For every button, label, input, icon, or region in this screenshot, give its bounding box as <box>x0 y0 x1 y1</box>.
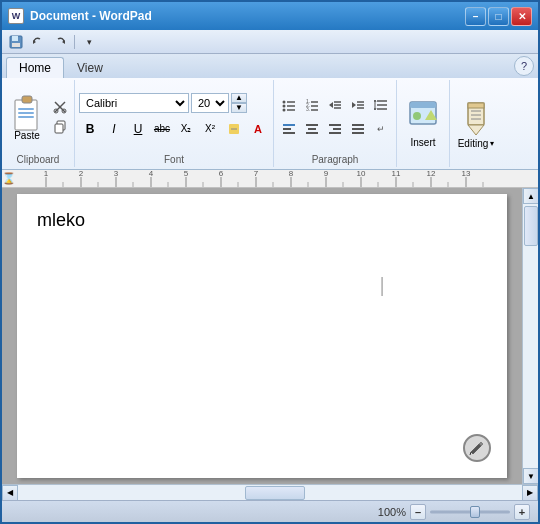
bold-button[interactable]: B <box>79 118 101 140</box>
svg-point-18 <box>283 101 286 104</box>
svg-rect-1 <box>12 36 18 41</box>
svg-rect-7 <box>18 108 34 110</box>
copy-button[interactable] <box>50 118 70 137</box>
svg-point-20 <box>283 105 286 108</box>
paragraph-group: 1.2.3. <box>274 80 397 167</box>
scroll-thumb-h[interactable] <box>245 486 305 500</box>
ruler-inner: 1 2 3 4 5 6 7 8 <box>16 170 538 187</box>
svg-marker-34 <box>352 102 356 108</box>
help-button[interactable]: ? <box>514 56 534 76</box>
zoom-thumb[interactable] <box>470 506 480 518</box>
redo-button[interactable] <box>50 33 70 51</box>
quick-access-dropdown[interactable]: ▾ <box>79 33 99 51</box>
paste-button[interactable]: Paste <box>6 91 48 144</box>
zoom-slider[interactable] <box>430 506 510 518</box>
cursor-indicator: | <box>380 274 385 297</box>
scroll-down-button[interactable]: ▼ <box>523 468 538 484</box>
ruler-hourglass: ⌛ <box>2 172 16 186</box>
zoom-in-button[interactable]: + <box>514 504 530 520</box>
align-center-button[interactable] <box>301 118 323 140</box>
maximize-button[interactable]: □ <box>488 7 509 26</box>
scroll-track-h <box>18 485 522 500</box>
clipboard-label: Clipboard <box>17 154 60 165</box>
scroll-left-button[interactable]: ◀ <box>2 485 18 501</box>
minimize-button[interactable]: – <box>465 7 486 26</box>
title-bar: W Document - WordPad – □ ✕ <box>2 2 538 30</box>
svg-text:3.: 3. <box>306 106 310 112</box>
underline-button[interactable]: U <box>127 118 149 140</box>
paragraph-extra-button[interactable]: ↵ <box>370 118 392 140</box>
ruler-ticks-container: 1 2 3 4 5 6 7 8 <box>16 170 538 187</box>
line-spacing-button[interactable] <box>370 94 392 116</box>
svg-text:12: 12 <box>427 170 436 178</box>
svg-point-55 <box>413 112 421 120</box>
close-button[interactable]: ✕ <box>511 7 532 26</box>
save-button[interactable] <box>6 33 26 51</box>
font-group: Calibri 20 ▲ ▼ B I U abc X₂ X² <box>75 80 274 167</box>
svg-rect-6 <box>22 96 32 103</box>
highlight-button[interactable] <box>223 118 245 140</box>
editing-group-content: Editing ▾ <box>454 82 498 165</box>
zoom-out-button[interactable]: – <box>410 504 426 520</box>
svg-rect-58 <box>468 103 484 108</box>
undo-button[interactable] <box>28 33 48 51</box>
svg-rect-9 <box>18 116 34 118</box>
font-size-increase[interactable]: ▲ <box>231 93 247 103</box>
window-title: Document - WordPad <box>30 9 152 23</box>
italic-button[interactable]: I <box>103 118 125 140</box>
font-size-select[interactable]: 20 <box>191 93 229 113</box>
svg-marker-59 <box>468 125 484 135</box>
font-bottom-row: B I U abc X₂ X² A <box>79 118 269 140</box>
ribbon: Paste <box>2 78 538 170</box>
ruler: ⌛ 1 2 3 4 <box>2 170 538 188</box>
indent-increase-button[interactable] <box>347 94 369 116</box>
quick-access-separator <box>74 35 75 49</box>
clipboard-group-content: Paste <box>6 82 70 152</box>
justify-button[interactable] <box>347 118 369 140</box>
editing-label: Editing <box>458 138 489 149</box>
scroll-up-button[interactable]: ▲ <box>523 188 538 204</box>
svg-text:13: 13 <box>462 170 471 178</box>
svg-rect-54 <box>410 102 436 108</box>
svg-text:4: 4 <box>149 170 154 178</box>
clipboard-small-buttons <box>50 98 70 137</box>
tab-view[interactable]: View <box>64 57 116 78</box>
scroll-thumb-v[interactable] <box>524 206 538 246</box>
indent-decrease-button[interactable] <box>324 94 346 116</box>
svg-text:8: 8 <box>289 170 294 178</box>
ribbon-tabs: Home View ? <box>2 54 538 78</box>
title-bar-controls: – □ ✕ <box>465 7 532 26</box>
clipboard-group: Paste <box>2 80 75 167</box>
font-size-decrease[interactable]: ▼ <box>231 103 247 113</box>
superscript-button[interactable]: X² <box>199 118 221 140</box>
document-scroll-area: mleko | ▲ ▼ <box>2 188 538 484</box>
strikethrough-button[interactable]: abc <box>151 118 173 140</box>
paste-icon <box>11 94 43 130</box>
numbering-button[interactable]: 1.2.3. <box>301 94 323 116</box>
svg-line-102 <box>470 452 471 455</box>
cut-button[interactable] <box>50 98 70 117</box>
align-right-button[interactable] <box>324 118 346 140</box>
font-color-button[interactable]: A <box>247 118 269 140</box>
tab-home[interactable]: Home <box>6 57 64 78</box>
app-icon: W <box>8 8 24 24</box>
editing-button[interactable]: Editing ▾ <box>454 96 498 152</box>
insert-group-content: Insert <box>401 82 445 163</box>
svg-rect-8 <box>18 112 34 114</box>
subscript-button[interactable]: X₂ <box>175 118 197 140</box>
font-size-arrows: ▲ ▼ <box>231 93 247 113</box>
svg-text:11: 11 <box>392 170 401 178</box>
insert-icon <box>407 98 439 137</box>
svg-text:10: 10 <box>357 170 366 178</box>
insert-label: Insert <box>410 137 435 148</box>
align-left-button[interactable] <box>278 118 300 140</box>
insert-button[interactable]: Insert <box>401 95 445 151</box>
font-family-select[interactable]: Calibri <box>79 93 189 113</box>
document-scroll-inner: mleko | <box>2 188 522 484</box>
document-content[interactable]: mleko <box>37 210 487 231</box>
bullets-button[interactable] <box>278 94 300 116</box>
scroll-right-button[interactable]: ▶ <box>522 485 538 501</box>
svg-rect-5 <box>15 100 37 130</box>
pen-icon[interactable] <box>463 434 491 462</box>
quick-access-toolbar: ▾ <box>2 30 538 54</box>
